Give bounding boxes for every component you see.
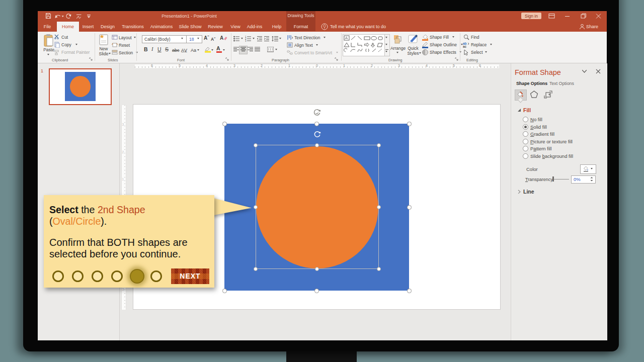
svg-text:ac: ac <box>463 45 467 48</box>
svg-text:3: 3 <box>245 40 247 42</box>
